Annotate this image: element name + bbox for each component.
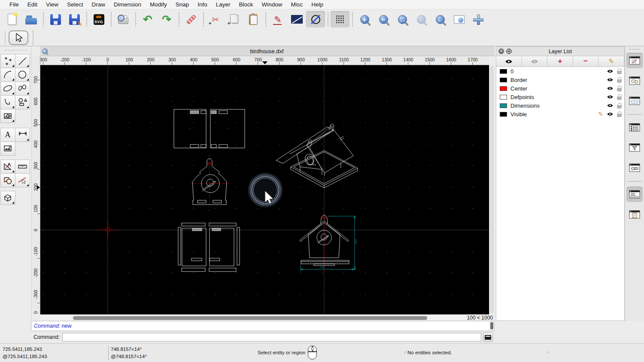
layer-visibility-toggle[interactable] — [607, 112, 614, 116]
spline-tool-button[interactable] — [15, 81, 30, 96]
edit-layer-button[interactable]: ✎ — [598, 56, 624, 66]
zoom-auto-button[interactable] — [393, 11, 412, 27]
command-history[interactable]: Command: new — [31, 321, 495, 331]
pen-palette-widget-button[interactable] — [626, 53, 643, 68]
layer-filter-widget-button[interactable] — [626, 140, 643, 155]
add-layer-button[interactable]: + — [547, 56, 573, 66]
drawing-panel-piece-2[interactable] — [210, 109, 245, 148]
menu-item[interactable]: Modify — [146, 1, 171, 8]
menu-item[interactable]: Info — [193, 1, 212, 8]
zoom-previous-button[interactable] — [412, 11, 431, 27]
layer-row[interactable]: 0 — [496, 67, 624, 75]
layer-lock-toggle[interactable] — [617, 86, 622, 91]
open-file-button[interactable] — [21, 11, 40, 27]
menu-item[interactable]: Layer — [212, 1, 235, 8]
command-input[interactable] — [62, 333, 481, 341]
layer-visibility-toggle[interactable] — [607, 86, 614, 90]
image-tool-button[interactable] — [0, 142, 15, 156]
show-all-layers-button[interactable] — [496, 56, 522, 66]
layer-lock-toggle[interactable] — [617, 103, 622, 109]
menu-item[interactable]: Help — [307, 1, 328, 8]
undock-icon[interactable] — [506, 48, 512, 54]
text-tool-button[interactable]: A — [0, 128, 15, 142]
layer-visibility-toggle[interactable] — [607, 69, 614, 73]
copy-button[interactable]: + — [225, 11, 244, 27]
menu-item[interactable]: Edit — [23, 1, 42, 8]
line-tool-button[interactable] — [15, 54, 30, 68]
drawing-canvas[interactable]: 260 230 — [40, 65, 489, 314]
layer-visibility-toggle[interactable] — [607, 95, 614, 99]
polygon-tool-button[interactable] — [15, 95, 30, 109]
draw-pen-button[interactable]: ✎ — [268, 11, 287, 27]
hatch-tool-button[interactable] — [0, 109, 15, 123]
zoom-redraw-button[interactable]: ← — [431, 11, 450, 27]
layer-visibility-toggle[interactable] — [607, 78, 614, 82]
arc-tool-button[interactable] — [0, 68, 15, 82]
line-tool-button[interactable] — [287, 11, 306, 27]
export-svg-button[interactable]: SVG — [89, 11, 108, 27]
points-tool-button[interactable] — [0, 54, 15, 68]
snap-grid-button[interactable] — [331, 11, 349, 27]
layer-row-current[interactable]: Visible ✎ — [496, 110, 624, 118]
layer-lock-toggle[interactable] — [617, 94, 622, 100]
layer-row[interactable]: Dimensions — [496, 101, 624, 110]
vertical-scrollbar[interactable] — [489, 65, 495, 314]
circle-tool-button[interactable] — [306, 11, 325, 27]
zoom-window-button[interactable] — [450, 11, 468, 27]
hide-all-layers-button[interactable] — [522, 56, 548, 66]
zoom-in-button[interactable]: + — [355, 11, 374, 27]
menu-item[interactable]: Draw — [88, 1, 110, 8]
delete-button[interactable] — [182, 11, 200, 27]
menu-item[interactable]: Snap — [171, 1, 194, 8]
layer-lock-toggle[interactable] — [617, 77, 622, 83]
command-widget-button[interactable] — [483, 332, 493, 342]
menu-item[interactable]: Block — [235, 1, 258, 8]
select-arrow-button[interactable] — [9, 30, 28, 45]
horizontal-scrollbar[interactable] — [40, 314, 466, 321]
library-browser-widget-button[interactable] — [626, 93, 643, 109]
layer-lock-toggle[interactable] — [617, 69, 622, 74]
drawing-birdhouse-front-view[interactable]: 260 230 — [300, 214, 357, 273]
document-title-bar[interactable]: birdhouse.dxf — [40, 46, 495, 56]
clipboard-widget-button[interactable] — [626, 207, 643, 222]
layer-row[interactable]: Center — [496, 84, 624, 93]
layer-lock-toggle[interactable] — [617, 112, 622, 117]
paste-button[interactable] — [244, 11, 263, 27]
layer-list-widget-button[interactable] — [626, 120, 643, 135]
redo-button[interactable]: ↷ — [157, 11, 176, 27]
menu-item[interactable]: Select — [63, 1, 88, 8]
remove-layer-button[interactable]: − — [573, 56, 599, 66]
command-history-scrollbar[interactable] — [489, 322, 494, 331]
circle-tool-button[interactable] — [15, 68, 30, 82]
scrollbar-thumb[interactable] — [490, 66, 494, 313]
scrollbar-thumb[interactable] — [73, 316, 427, 320]
menu-item[interactable]: Misc — [287, 1, 307, 8]
select-entity-tool-button[interactable] — [15, 173, 30, 187]
layer-visibility-toggle[interactable] — [607, 103, 614, 108]
menu-item[interactable]: Window — [258, 1, 287, 8]
ruler-tool-button[interactable] — [15, 160, 30, 174]
drawing-panel-piece-1[interactable] — [174, 109, 206, 148]
save-button[interactable] — [46, 11, 65, 27]
drawing-front-piece[interactable] — [191, 155, 229, 212]
layer-row[interactable]: Border — [496, 75, 624, 84]
measure-tool-button[interactable] — [0, 160, 15, 174]
command-line-widget-button[interactable] — [626, 187, 643, 202]
menu-item[interactable]: File — [5, 1, 23, 8]
zoom-out-button[interactable]: − — [374, 11, 393, 27]
named-views-widget-button[interactable] — [626, 160, 643, 175]
polyline-tool-button[interactable] — [0, 95, 15, 109]
undo-button[interactable]: ↶ — [138, 11, 157, 27]
new-document-button[interactable] — [3, 11, 21, 27]
save-as-button[interactable]: ✎ — [65, 11, 84, 27]
solid-3d-tool-button[interactable] — [0, 191, 15, 205]
close-icon[interactable]: ✕ — [498, 48, 504, 54]
drawing-base-pieces[interactable] — [178, 223, 240, 272]
block-list-widget-button[interactable] — [626, 73, 643, 88]
dimension-tool-button[interactable] — [15, 128, 30, 142]
ellipse-tool-button[interactable] — [0, 81, 15, 96]
cut-button[interactable]: ✂+ — [206, 11, 225, 27]
menu-item[interactable]: View — [42, 1, 63, 8]
modify-tool-button[interactable] — [0, 173, 15, 187]
menu-item[interactable]: Dimension — [109, 1, 146, 8]
